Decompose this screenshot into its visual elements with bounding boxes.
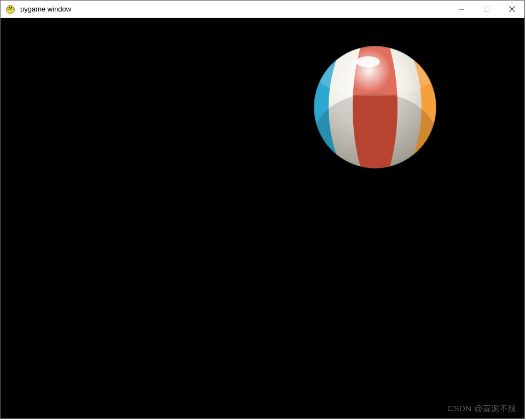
svg-point-2 [9, 7, 10, 8]
pygame-snake-icon [5, 4, 16, 15]
window-titlebar[interactable]: pygame window [1, 1, 524, 18]
svg-point-3 [11, 7, 12, 8]
svg-point-1 [8, 5, 14, 10]
svg-point-14 [314, 46, 436, 168]
application-window: pygame window [0, 0, 525, 419]
window-title: pygame window [20, 5, 449, 13]
window-controls [449, 1, 524, 18]
close-button[interactable] [499, 1, 524, 18]
svg-rect-6 [484, 7, 489, 11]
watermark-text: CSDN @蒜泥不辣 [447, 404, 517, 414]
maximize-button[interactable] [474, 1, 499, 18]
minimize-button[interactable] [449, 1, 474, 18]
svg-point-4 [9, 8, 11, 9]
beach-ball [312, 44, 438, 170]
game-canvas[interactable]: CSDN @蒜泥不辣 [1, 18, 524, 418]
